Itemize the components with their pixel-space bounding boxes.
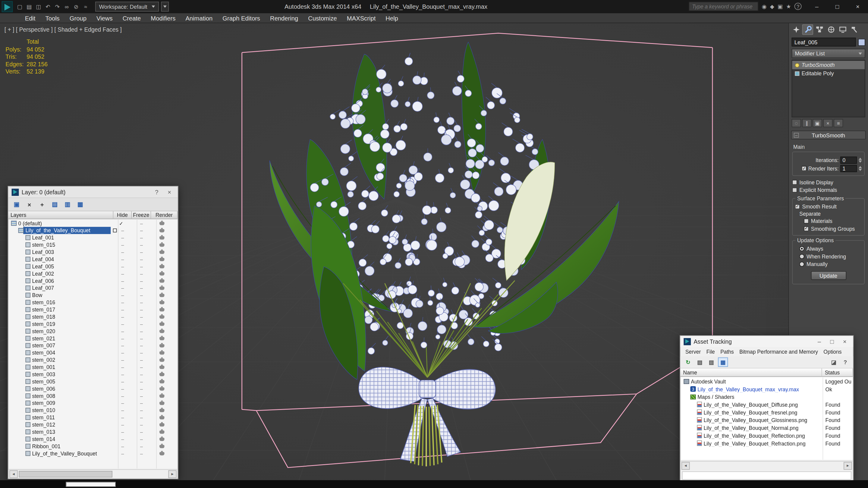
- layer-row-leaf-007[interactable]: Leaf_007––: [9, 284, 177, 292]
- close-button[interactable]: ×: [847, 0, 868, 13]
- smoothing-groups-checkbox[interactable]: [804, 226, 809, 231]
- merge-layers-icon[interactable]: ▦: [75, 199, 86, 210]
- communication-icon[interactable]: ▣: [778, 3, 783, 9]
- layer-row-bow[interactable]: Bow––: [9, 292, 177, 299]
- report-view-icon[interactable]: ▤: [695, 358, 705, 367]
- render-iters-checkbox[interactable]: [802, 166, 807, 171]
- workspace-selector[interactable]: Workspace: Default: [95, 2, 159, 12]
- layer-row-leaf-002[interactable]: Leaf_002––: [9, 270, 177, 277]
- asset-horizontal-scrollbar[interactable]: ◂ ▸: [681, 461, 852, 469]
- modifier-list-dropdown[interactable]: Modifier List: [792, 49, 865, 58]
- scrollbar-thumb[interactable]: [19, 470, 112, 477]
- materials-checkbox[interactable]: [804, 218, 809, 224]
- asset-row-lily-of-the-valley-bouquet-refraction-png[interactable]: Lily_of_the_Valley_Bouquet_Refraction.pn…: [681, 439, 852, 447]
- column-header-status[interactable]: Status: [822, 368, 853, 377]
- column-header-layers[interactable]: Layers: [8, 212, 114, 219]
- list-view-icon[interactable]: ▥: [707, 358, 716, 367]
- menu-maxscript[interactable]: MAXScript: [342, 15, 381, 22]
- utilities-tab-icon[interactable]: [849, 24, 860, 35]
- column-header-freeze[interactable]: Freeze: [132, 212, 151, 219]
- menu-help[interactable]: Help: [381, 15, 403, 22]
- layer-row-stem-013[interactable]: stem_013––: [9, 428, 177, 435]
- layer-row-stem-021[interactable]: stem_021––: [9, 335, 177, 342]
- menu-rendering[interactable]: Rendering: [265, 15, 303, 22]
- menu-create[interactable]: Create: [118, 15, 146, 22]
- asset-row-lily-of-the-valley-bouquet-max-vray-max[interactable]: 3Lily_of_the_Valley_Bouquet_max_vray.max…: [681, 385, 852, 393]
- table-view-icon[interactable]: ▦: [718, 358, 728, 367]
- asset-row-lily-of-the-valley-bouquet-diffuse-png[interactable]: Lily_of_the_Valley_Bouquet_Diffuse.pngFo…: [681, 401, 852, 409]
- remove-modifier-icon[interactable]: ×: [823, 119, 832, 127]
- refresh-icon[interactable]: ↻: [683, 358, 693, 367]
- pin-stack-icon[interactable]: ◌: [792, 119, 801, 127]
- layer-row-stem-011[interactable]: stem_011––: [9, 414, 177, 421]
- column-header-name[interactable]: Name: [680, 368, 822, 377]
- layer-dialog-titlebar[interactable]: Layer: 0 (default) ? ×: [8, 187, 178, 198]
- update-always-radio[interactable]: [799, 246, 804, 251]
- save-file-icon[interactable]: ◫: [34, 4, 43, 10]
- layer-row-leaf-006[interactable]: Leaf_006––: [9, 277, 177, 284]
- column-header-render[interactable]: Render: [151, 212, 178, 219]
- layer-row-stem-015[interactable]: stem_015––: [9, 241, 177, 249]
- layer-row-leaf-003[interactable]: Leaf_003––: [9, 249, 177, 256]
- create-tab-icon[interactable]: [790, 24, 802, 35]
- layer-row-stem-004[interactable]: stem_004––: [9, 349, 177, 356]
- 3dsmax-app-button[interactable]: [2, 1, 13, 12]
- sign-in-icon[interactable]: ◆: [770, 3, 774, 9]
- layer-color-box[interactable]: [113, 229, 117, 233]
- explicit-normals-checkbox[interactable]: [792, 187, 797, 193]
- modifier-editable-poly[interactable]: Editable Poly: [792, 69, 865, 78]
- layer-row-stem-007[interactable]: stem_007––: [9, 342, 177, 349]
- menu-views[interactable]: Views: [91, 15, 118, 22]
- layer-row-stem-010[interactable]: stem_010––: [9, 407, 177, 414]
- display-tab-icon[interactable]: [837, 24, 848, 35]
- iterations-spinner[interactable]: [859, 158, 862, 163]
- iterations-field[interactable]: 0: [840, 157, 857, 164]
- layer-row-stem-016[interactable]: stem_016––: [9, 299, 177, 306]
- layer-row-stem-002[interactable]: stem_002––: [9, 356, 177, 364]
- layer-row-leaf-001[interactable]: Leaf_001––: [9, 234, 177, 241]
- add-selection-to-layer-icon[interactable]: +: [36, 199, 48, 210]
- layer-row-stem-012[interactable]: stem_012––: [9, 421, 177, 428]
- asset-row-autodesk-vault[interactable]: Autodesk VaultLogged Ou: [681, 378, 852, 385]
- layer-row-stem-019[interactable]: stem_019––: [9, 320, 177, 327]
- help-button[interactable]: ?: [152, 189, 161, 195]
- layer-row-stem-009[interactable]: stem_009––: [9, 399, 177, 407]
- scroll-right-icon[interactable]: ▸: [168, 470, 177, 478]
- close-icon[interactable]: ×: [164, 189, 175, 195]
- bind-spacewarp-icon[interactable]: ≈: [82, 4, 90, 10]
- scroll-left-icon[interactable]: ◂: [9, 470, 18, 478]
- object-color-swatch[interactable]: [858, 38, 865, 46]
- layer-row-stem-008[interactable]: stem_008––: [9, 392, 177, 399]
- select-link-icon[interactable]: ∞: [63, 4, 71, 10]
- asset-menu-bitmap-performance-and-memory[interactable]: Bitmap Performance and Memory: [737, 349, 821, 355]
- search-icon[interactable]: ◉: [762, 3, 767, 9]
- smooth-result-checkbox[interactable]: [795, 204, 800, 209]
- configure-modifier-sets-icon[interactable]: ≡: [834, 119, 843, 127]
- menu-graph-editors[interactable]: Graph Editors: [218, 15, 265, 22]
- minimize-button[interactable]: –: [814, 338, 824, 345]
- maximize-button[interactable]: □: [827, 338, 837, 345]
- help-icon[interactable]: ?: [795, 3, 802, 10]
- menu-modifiers[interactable]: Modifiers: [146, 15, 181, 22]
- search-input[interactable]: [689, 2, 758, 11]
- menu-tools[interactable]: Tools: [40, 15, 64, 22]
- asset-row-lily-of-the-valley-bouquet-fresnel-png[interactable]: Lily_of_the_Valley_Bouquet_fresnel.pngFo…: [681, 409, 852, 416]
- select-layer-objects-icon[interactable]: ▤: [49, 199, 60, 210]
- undo-icon[interactable]: ↶: [44, 4, 52, 10]
- update-button[interactable]: Update: [811, 271, 846, 280]
- asset-row-lily-of-the-valley-bouquet-normal-png[interactable]: Lily_of_the_Valley_Bouquet_Normal.pngFou…: [681, 424, 852, 432]
- asset-menu-server[interactable]: Server: [683, 349, 704, 355]
- update-manually-radio[interactable]: [799, 261, 804, 267]
- object-name-field[interactable]: Leaf_005: [792, 38, 856, 46]
- layer-row-stem-001[interactable]: stem_001––: [9, 364, 177, 371]
- modifier-turbosmooth[interactable]: TurboSmooth: [792, 61, 865, 69]
- layer-row-lily-of-the-valley-bouquet[interactable]: Lily_of_the_Valley_Bouquet––: [9, 227, 177, 234]
- layer-row-0-default-[interactable]: 0 (default)✓–: [9, 220, 177, 227]
- favorites-icon[interactable]: ★: [786, 3, 791, 9]
- update-when-rendering-radio[interactable]: [799, 254, 804, 259]
- maximize-button[interactable]: □: [827, 0, 847, 13]
- render-iters-spinner[interactable]: [859, 166, 862, 171]
- scroll-right-icon[interactable]: ▸: [844, 462, 852, 469]
- delete-layer-icon[interactable]: ×: [24, 199, 35, 210]
- create-new-layer-icon[interactable]: ▣: [11, 199, 22, 210]
